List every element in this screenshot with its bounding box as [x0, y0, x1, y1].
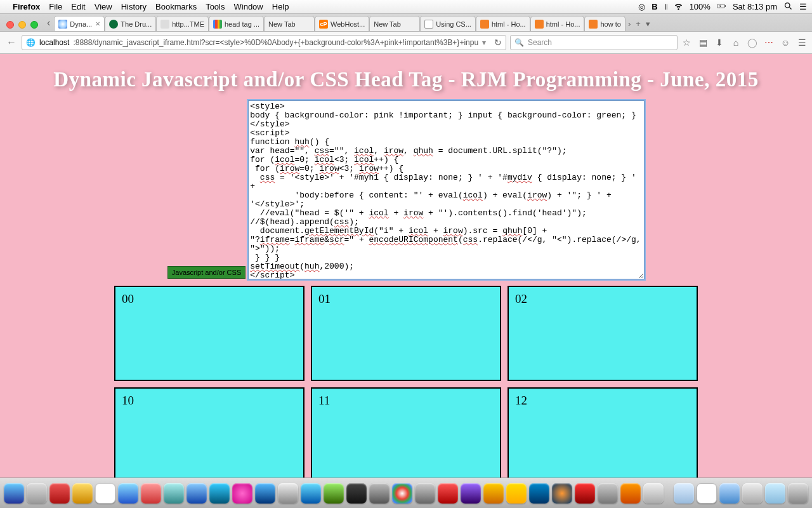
back-button[interactable]: ←: [5, 37, 18, 48]
menu-help[interactable]: Help: [272, 2, 289, 11]
dock-folder-icon[interactable]: [742, 483, 763, 504]
dock-app-icon[interactable]: [506, 483, 527, 504]
search-box[interactable]: 🔍 Search: [510, 35, 678, 50]
dock-folder-icon[interactable]: [697, 483, 717, 504]
dock-app-icon[interactable]: [415, 483, 435, 504]
terminal-icon[interactable]: [346, 483, 367, 504]
circle-icon[interactable]: ◎: [638, 2, 645, 11]
url-bar[interactable]: 🌐 localhost:8888/dynamic_javascript_ifra…: [22, 35, 506, 50]
menu-bookmarks[interactable]: Bookmarks: [155, 2, 197, 11]
safari-icon[interactable]: [209, 483, 230, 504]
dots-icon[interactable]: ⋯: [764, 37, 774, 48]
menu-icon[interactable]: ☰: [797, 37, 807, 48]
favicon-icon: [424, 20, 433, 29]
clock[interactable]: Sat 8:13 pm: [733, 2, 777, 11]
dock-app-icon[interactable]: [141, 483, 161, 504]
appstore-icon[interactable]: [255, 483, 275, 504]
dock-app-icon[interactable]: [324, 483, 344, 504]
opera-icon[interactable]: [438, 483, 458, 504]
cell-12[interactable]: 12: [508, 387, 698, 478]
finder-icon[interactable]: [4, 483, 24, 504]
trash-icon[interactable]: [788, 483, 808, 504]
tab-4[interactable]: New Tab: [264, 16, 315, 31]
calendar-icon[interactable]: [95, 483, 115, 504]
notifications-icon[interactable]: ☰: [799, 2, 807, 11]
dock-app-icon[interactable]: [674, 483, 694, 504]
new-tab-button[interactable]: +: [636, 19, 641, 29]
tab-0[interactable]: Dyna... ✕: [54, 16, 105, 31]
home-icon[interactable]: ⌂: [731, 37, 741, 48]
tab-9[interactable]: html - Ho...: [530, 16, 585, 31]
tab-5[interactable]: cP WebHost...: [315, 16, 369, 31]
window-minimize-button[interactable]: [18, 21, 26, 29]
cell-01[interactable]: 01: [311, 286, 501, 381]
dock-app-icon[interactable]: [49, 483, 70, 504]
reader-icon[interactable]: ▤: [698, 37, 708, 48]
tab-nav-right[interactable]: ›: [628, 19, 631, 29]
dock-app-icon[interactable]: [118, 483, 138, 504]
menubar-status-area: ◎ B ⦀ 100% Sat 8:13 pm ☰: [638, 1, 807, 13]
url-dropdown-icon[interactable]: ▾: [482, 38, 486, 47]
tab-strip: ‹ Dyna... ✕ The Dru... http...TME head t…: [0, 14, 812, 32]
vlc-icon[interactable]: [620, 483, 641, 504]
spotlight-icon[interactable]: [783, 1, 793, 13]
cell-00[interactable]: 00: [114, 286, 304, 381]
sync-icon[interactable]: ◯: [747, 37, 757, 48]
tab-label: how to: [600, 20, 620, 28]
downloads-icon[interactable]: ⬇: [714, 37, 724, 48]
tab-10[interactable]: how to: [584, 16, 625, 31]
tab-1[interactable]: The Dru...: [105, 16, 156, 31]
wifi-icon[interactable]: [674, 1, 683, 13]
tab-6[interactable]: New Tab: [369, 16, 420, 31]
dock-app-icon[interactable]: [301, 483, 321, 504]
downloads-folder-icon[interactable]: [765, 483, 785, 504]
dock-app-icon[interactable]: [72, 483, 93, 504]
tab-close-icon[interactable]: ✕: [95, 20, 100, 27]
tab-2[interactable]: http...TME: [156, 16, 209, 31]
favicon-icon: [109, 20, 118, 29]
dock-app-icon[interactable]: [27, 483, 47, 504]
menu-file[interactable]: File: [49, 2, 62, 11]
dock-app-icon[interactable]: [278, 483, 298, 504]
dock-app-icon[interactable]: [483, 483, 504, 504]
window-maximize-button[interactable]: [30, 21, 38, 29]
tab-3[interactable]: head tag ...: [209, 16, 264, 31]
tab-8[interactable]: html - Ho...: [476, 16, 530, 31]
menu-view[interactable]: View: [95, 2, 112, 11]
dock-app-icon[interactable]: [164, 483, 184, 504]
cell-02[interactable]: 02: [508, 286, 698, 381]
code-textarea[interactable]: <style> body { background-color: pink !i…: [248, 100, 645, 279]
toolbar-icons: ☆ ▤ ⬇ ⌂ ◯ ⋯ ☺ ☰: [681, 37, 807, 48]
app-name[interactable]: Firefox: [13, 2, 40, 11]
menu-history[interactable]: History: [121, 2, 147, 11]
dock-app-icon[interactable]: [369, 483, 390, 504]
reload-button[interactable]: ↻: [494, 37, 502, 48]
stripes-icon[interactable]: ⦀: [664, 2, 667, 12]
bold-icon[interactable]: B: [652, 2, 657, 11]
filezilla-icon[interactable]: [575, 483, 595, 504]
tab-7[interactable]: Using CS...: [420, 16, 476, 31]
js-css-button[interactable]: Javascript and/or CSS: [167, 266, 246, 279]
svg-line-3: [789, 7, 791, 9]
dock-app-icon[interactable]: [598, 483, 618, 504]
page-viewport: Dynamic Javascript and/or CSS Head Tag -…: [0, 54, 812, 478]
cell-10[interactable]: 10: [114, 387, 304, 478]
dock-app-icon[interactable]: [643, 483, 664, 504]
menu-edit[interactable]: Edit: [71, 2, 85, 11]
tab-label: Dyna...: [70, 20, 92, 28]
tab-overflow-button[interactable]: ▾: [646, 19, 650, 29]
dock-folder-icon[interactable]: [719, 483, 740, 504]
smile-icon[interactable]: ☺: [780, 37, 790, 48]
itunes-icon[interactable]: [232, 483, 252, 504]
chrome-icon[interactable]: [392, 483, 412, 504]
imovie-icon[interactable]: [461, 483, 481, 504]
tab-nav-left[interactable]: ‹: [47, 17, 50, 31]
firefox-icon[interactable]: [552, 483, 572, 504]
cell-11[interactable]: 11: [311, 387, 501, 478]
menu-tools[interactable]: Tools: [206, 2, 225, 11]
window-close-button[interactable]: [6, 21, 14, 29]
bookmark-star-icon[interactable]: ☆: [681, 37, 691, 48]
mail-icon[interactable]: [187, 483, 207, 504]
dock-app-icon[interactable]: [529, 483, 549, 504]
menu-window[interactable]: Window: [234, 2, 263, 11]
